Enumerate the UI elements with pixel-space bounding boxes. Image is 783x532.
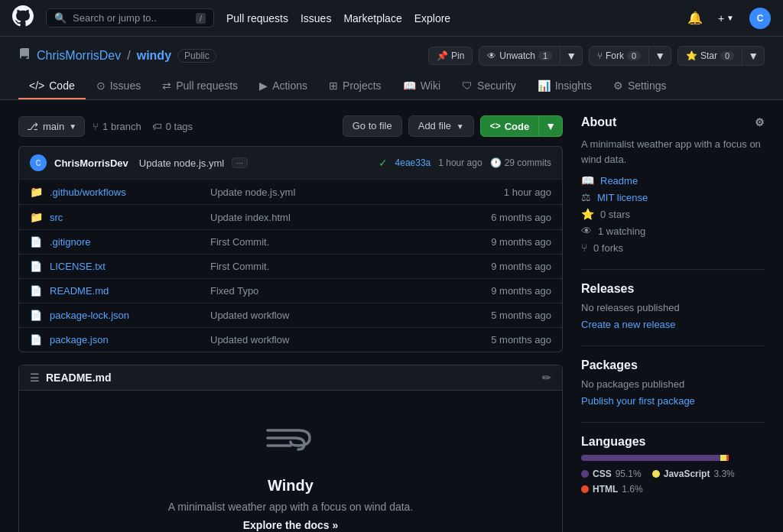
repo-name[interactable]: windy bbox=[137, 49, 171, 63]
repo-tabs: </> Code ⊙ Issues ⇄ Pull requests ▶ Acti… bbox=[18, 73, 765, 99]
repo-icon bbox=[18, 48, 31, 63]
tab-actions[interactable]: ▶ Actions bbox=[249, 73, 318, 99]
search-icon: 🔍 bbox=[54, 12, 67, 24]
branches-icon: ⑂ bbox=[93, 121, 99, 132]
commits-count: 29 commits bbox=[505, 157, 551, 168]
table-row: 📄package-lock.jsonUpdated workflow5 mont… bbox=[19, 303, 562, 328]
file-commit-message: First Commit. bbox=[210, 236, 483, 248]
commit-hash[interactable]: 4eae33a bbox=[395, 157, 431, 168]
file-name[interactable]: package.json bbox=[50, 334, 203, 345]
code-button[interactable]: <> Code bbox=[480, 115, 540, 137]
latest-commit-row: C ChrisMorrisDev Update node.js.yml ··· … bbox=[18, 146, 563, 180]
pin-button[interactable]: 📌 Pin bbox=[428, 47, 473, 65]
file-name[interactable]: package-lock.json bbox=[50, 310, 203, 321]
file-name[interactable]: README.md bbox=[50, 285, 203, 297]
table-row: 📁srcUpdate index.html6 months ago bbox=[19, 205, 562, 230]
about-title: About ⚙ bbox=[581, 115, 765, 129]
license-link[interactable]: ⚖ MIT license bbox=[581, 191, 765, 203]
about-section: About ⚙ A minimalist weather app with a … bbox=[581, 115, 765, 254]
table-row: 📄LICENSE.txtFirst Commit.9 months ago bbox=[19, 255, 562, 279]
repo-owner[interactable]: ChrisMorrisDev bbox=[37, 49, 121, 63]
star-button[interactable]: ⭐ Star 0 bbox=[677, 46, 742, 66]
tab-projects[interactable]: ⊞ Projects bbox=[318, 73, 392, 99]
readme-edit-button[interactable]: ✏ bbox=[542, 371, 551, 384]
law-icon: ⚖ bbox=[581, 191, 591, 203]
fork-button[interactable]: ⑂ Fork 0 bbox=[589, 46, 649, 66]
lang-dot bbox=[581, 485, 589, 493]
topnav-explore[interactable]: Explore bbox=[414, 12, 450, 24]
repo-title-row: ChrisMorrisDev / windy Public 📌 Pin 👁 Un… bbox=[18, 46, 765, 66]
branch-dropdown-icon: ▼ bbox=[69, 122, 76, 131]
actions-icon: ▶ bbox=[259, 79, 268, 92]
tab-settings[interactable]: ⚙ Settings bbox=[603, 73, 677, 99]
avatar[interactable]: C bbox=[749, 8, 771, 29]
create-release-link[interactable]: Create a new release bbox=[581, 319, 676, 330]
star-dropdown[interactable]: ▼ bbox=[742, 46, 765, 66]
fork-count-icon: ⑂ bbox=[581, 242, 587, 254]
plus-chevron-icon: ▼ bbox=[726, 14, 734, 22]
file-time: 9 months ago bbox=[491, 261, 551, 272]
readme-link[interactable]: 📖 Readme bbox=[581, 174, 765, 187]
code-dropdown[interactable]: ▼ bbox=[539, 115, 563, 137]
releases-section: Releases No releases published Create a … bbox=[581, 282, 765, 330]
plus-menu-button[interactable]: + ▼ bbox=[712, 9, 740, 28]
file-time: 9 months ago bbox=[491, 236, 551, 248]
tab-issues[interactable]: ⊙ Issues bbox=[86, 73, 151, 99]
tag-count-link[interactable]: 🏷 0 tags bbox=[152, 121, 193, 132]
file-name[interactable]: .github/workflows bbox=[50, 187, 203, 198]
fork-dropdown[interactable]: ▼ bbox=[649, 46, 671, 66]
tab-code[interactable]: </> Code bbox=[18, 73, 86, 99]
goto-file-button[interactable]: Go to file bbox=[343, 115, 402, 137]
file-commit-message: Updated workflow bbox=[210, 334, 483, 345]
github-logo-icon[interactable] bbox=[12, 5, 34, 31]
releases-divider bbox=[581, 345, 765, 346]
tab-pullrequests[interactable]: ⇄ Pull requests bbox=[151, 73, 249, 99]
topnav-marketplace[interactable]: Marketplace bbox=[343, 12, 401, 24]
unwatch-dropdown[interactable]: ▼ bbox=[560, 46, 583, 66]
stars-count: ⭐ 0 stars bbox=[581, 208, 765, 220]
wiki-icon: 📖 bbox=[403, 79, 416, 92]
star-button-group: ⭐ Star 0 ▼ bbox=[677, 46, 765, 66]
tab-insights[interactable]: 📊 Insights bbox=[527, 73, 603, 99]
commits-history-link[interactable]: 🕐 29 commits bbox=[490, 157, 551, 168]
branch-info: ⑂ 1 branch 🏷 0 tags bbox=[93, 121, 193, 132]
readme-explore-link[interactable]: Explore the docs » bbox=[44, 519, 538, 531]
branch-actions: Go to file Add file ▼ <> Code ▼ bbox=[343, 115, 563, 137]
notification-bell-icon[interactable]: 🔔 bbox=[687, 11, 703, 25]
readme-app-name: Windy bbox=[44, 477, 538, 495]
pullrequest-icon: ⇄ bbox=[162, 79, 171, 92]
branch-count-link[interactable]: ⑂ 1 branch bbox=[93, 121, 141, 132]
tab-security[interactable]: 🛡 Security bbox=[451, 73, 527, 99]
topnav-issues[interactable]: Issues bbox=[301, 12, 331, 24]
commit-time: 1 hour ago bbox=[438, 157, 482, 168]
topnav-pullrequests[interactable]: Pull requests bbox=[226, 12, 288, 24]
insights-icon: 📊 bbox=[538, 79, 551, 92]
repo-visibility-badge: Public bbox=[177, 49, 216, 63]
lang-percent: 95.1% bbox=[616, 469, 642, 479]
file-commit-message: Update node.js.yml bbox=[210, 187, 496, 198]
file-icon: 📄 bbox=[30, 334, 42, 345]
tab-wiki[interactable]: 📖 Wiki bbox=[392, 73, 451, 99]
security-icon: 🛡 bbox=[462, 79, 473, 92]
commit-author-name[interactable]: ChrisMorrisDev bbox=[54, 157, 128, 169]
file-name[interactable]: src bbox=[50, 212, 203, 223]
lang-item: HTML1.6% bbox=[581, 484, 643, 495]
wind-icon bbox=[44, 415, 538, 468]
readme-list-icon: ☰ bbox=[30, 371, 40, 384]
branch-selector[interactable]: ⎇ main ▼ bbox=[18, 116, 85, 137]
unwatch-button[interactable]: 👁 Unwatch 1 bbox=[479, 46, 560, 66]
commit-ellipsis[interactable]: ··· bbox=[232, 157, 248, 168]
file-name[interactable]: LICENSE.txt bbox=[50, 261, 203, 272]
folder-icon: 📁 bbox=[30, 186, 42, 198]
lang-percent: 1.6% bbox=[622, 484, 642, 495]
search-box[interactable]: 🔍 Search or jump to.. / bbox=[46, 8, 214, 28]
sidebar: About ⚙ A minimalist weather app with a … bbox=[581, 115, 765, 532]
add-file-button[interactable]: Add file ▼ bbox=[408, 115, 474, 137]
file-name[interactable]: .gitignore bbox=[50, 236, 203, 248]
lang-bar-segment bbox=[720, 455, 726, 461]
tag-icon: 🏷 bbox=[152, 121, 162, 132]
about-settings-icon[interactable]: ⚙ bbox=[755, 116, 765, 128]
book-icon: 📖 bbox=[581, 174, 594, 187]
file-commit-message: Fixed Typo bbox=[210, 285, 483, 297]
publish-package-link[interactable]: Publish your first package bbox=[581, 395, 695, 407]
